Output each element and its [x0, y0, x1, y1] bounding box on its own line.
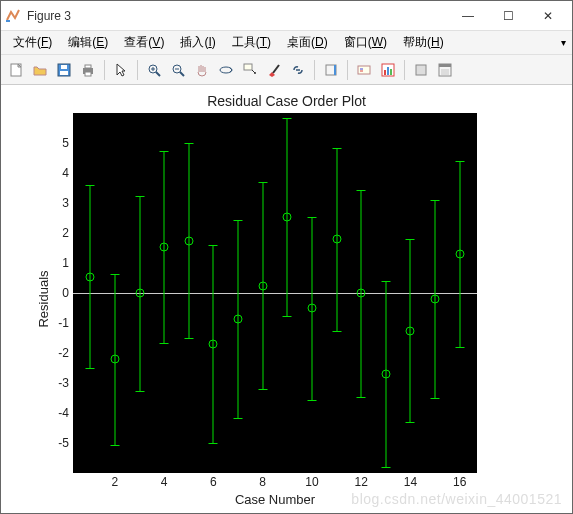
y-tick-label: 4: [1, 166, 69, 180]
menu-edit[interactable]: 编辑(E): [62, 32, 114, 53]
data-point-marker[interactable]: [234, 314, 243, 323]
x-tick-label: 2: [112, 475, 119, 489]
menu-tools[interactable]: 工具(T): [226, 32, 277, 53]
rotate3d-button[interactable]: [215, 59, 237, 81]
errorbar-cap: [431, 200, 440, 201]
titlebar[interactable]: Figure 3 — ☐ ✕: [1, 1, 572, 31]
svg-rect-0: [6, 20, 10, 22]
errorbar-cap: [455, 161, 464, 162]
x-tick-label: 6: [210, 475, 217, 489]
close-button[interactable]: ✕: [528, 2, 568, 30]
zoom-out-button[interactable]: [167, 59, 189, 81]
data-point-marker[interactable]: [381, 370, 390, 379]
data-point-marker[interactable]: [357, 289, 366, 298]
svg-rect-21: [334, 65, 336, 75]
data-point-marker[interactable]: [110, 355, 119, 364]
pan-button[interactable]: [191, 59, 213, 81]
errorbar-cap: [307, 217, 316, 218]
data-point-marker[interactable]: [209, 340, 218, 349]
svg-rect-27: [387, 67, 389, 75]
x-tick-label: 8: [259, 475, 266, 489]
svg-rect-7: [85, 72, 91, 76]
toolbar-separator: [104, 60, 105, 80]
save-button[interactable]: [53, 59, 75, 81]
data-point-marker[interactable]: [332, 235, 341, 244]
axes-area[interactable]: Residual Case Order Plot Residuals Case …: [1, 85, 572, 513]
y-tick-label: 0: [1, 286, 69, 300]
svg-rect-26: [384, 70, 386, 75]
errorbar-cap: [135, 391, 144, 392]
y-tick-label: 1: [1, 256, 69, 270]
menu-window[interactable]: 窗口(W): [338, 32, 393, 53]
new-figure-button[interactable]: [5, 59, 27, 81]
errorbar-cap: [209, 245, 218, 246]
errorbar-cap: [406, 422, 415, 423]
zero-line: [73, 293, 477, 294]
errorbar-cap: [381, 281, 390, 282]
link-button[interactable]: [287, 59, 309, 81]
menu-overflow-icon[interactable]: ▾: [561, 37, 566, 48]
errorbar-cap: [258, 389, 267, 390]
data-point-marker[interactable]: [160, 242, 169, 251]
errorbar-cap: [431, 398, 440, 399]
open-button[interactable]: [29, 59, 51, 81]
data-point-marker[interactable]: [307, 304, 316, 313]
insert-colorbar-button[interactable]: [320, 59, 342, 81]
data-point-marker[interactable]: [455, 250, 464, 259]
data-point-marker[interactable]: [184, 236, 193, 245]
data-point-marker[interactable]: [86, 272, 95, 281]
x-tick-label: 12: [355, 475, 368, 489]
insert-legend-button[interactable]: [353, 59, 375, 81]
plot-box[interactable]: [73, 113, 477, 473]
show-tools-button[interactable]: [434, 59, 456, 81]
datacursor-button[interactable]: [239, 59, 261, 81]
menu-help[interactable]: 帮助(H): [397, 32, 450, 53]
brush-button[interactable]: [263, 59, 285, 81]
toolbar-separator: [314, 60, 315, 80]
errorbar-cap: [258, 182, 267, 183]
y-tick-label: -1: [1, 316, 69, 330]
hide-tools-button[interactable]: [410, 59, 432, 81]
menu-desktop[interactable]: 桌面(D): [281, 32, 334, 53]
menubar: 文件(F) 编辑(E) 查看(V) 插入(I) 工具(T) 桌面(D) 窗口(W…: [1, 31, 572, 55]
svg-rect-29: [416, 65, 426, 75]
svg-rect-4: [60, 71, 68, 75]
pointer-button[interactable]: [110, 59, 132, 81]
minimize-button[interactable]: —: [448, 2, 488, 30]
zoom-in-button[interactable]: [143, 59, 165, 81]
svg-rect-22: [358, 66, 370, 74]
y-tick-label: -2: [1, 346, 69, 360]
y-tick-label: -3: [1, 376, 69, 390]
data-point-marker[interactable]: [406, 326, 415, 335]
errorbar-cap: [357, 190, 366, 191]
data-point-marker[interactable]: [135, 289, 144, 298]
errorbar-cap: [455, 347, 464, 348]
figure-window: Figure 3 — ☐ ✕ 文件(F) 编辑(E) 查看(V) 插入(I) 工…: [0, 0, 573, 514]
data-point-marker[interactable]: [283, 212, 292, 221]
svg-line-9: [156, 72, 160, 76]
toolbar-separator: [137, 60, 138, 80]
errorbar-cap: [234, 220, 243, 221]
errorbar-cap: [135, 196, 144, 197]
errorbar-cap: [357, 397, 366, 398]
y-tick-label: 2: [1, 226, 69, 240]
maximize-button[interactable]: ☐: [488, 2, 528, 30]
x-tick-label: 4: [161, 475, 168, 489]
errorbar-cap: [184, 143, 193, 144]
errorbar-cap: [332, 331, 341, 332]
svg-point-18: [254, 72, 256, 74]
data-point-marker[interactable]: [258, 281, 267, 290]
menu-file[interactable]: 文件(F): [7, 32, 58, 53]
svg-rect-32: [441, 69, 449, 75]
menu-view[interactable]: 查看(V): [118, 32, 170, 53]
plot-catalog-button[interactable]: [377, 59, 399, 81]
print-button[interactable]: [77, 59, 99, 81]
data-point-marker[interactable]: [431, 295, 440, 304]
menu-insert[interactable]: 插入(I): [174, 32, 221, 53]
errorbar-cap: [160, 151, 169, 152]
svg-rect-6: [85, 65, 91, 68]
svg-rect-16: [244, 64, 252, 70]
svg-line-13: [180, 72, 184, 76]
x-axis-label: Case Number: [73, 492, 477, 507]
errorbar-cap: [86, 185, 95, 186]
